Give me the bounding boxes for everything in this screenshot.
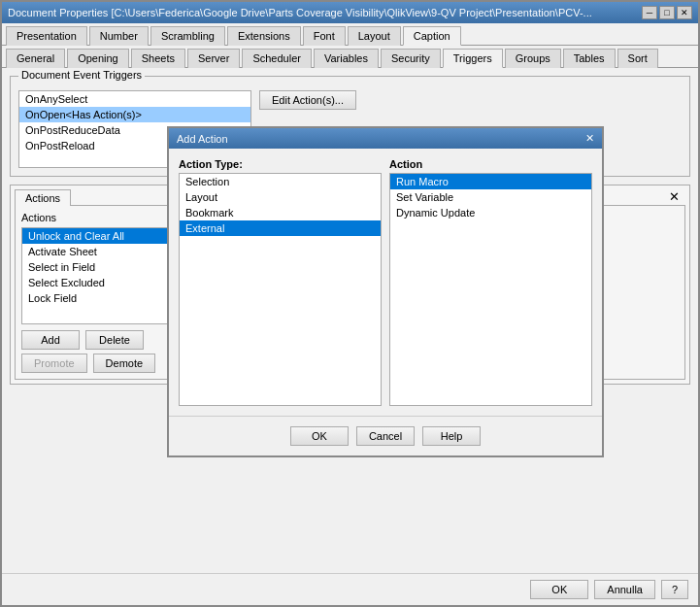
- action-item[interactable]: Unlock and Clear All: [22, 228, 176, 244]
- action-item[interactable]: Activate Sheet: [22, 244, 176, 259]
- content-area: Document Event Triggers OnAnySelectOnOpe…: [2, 68, 698, 573]
- window-title: Document Properties [C:\Users\Federica\G…: [8, 7, 592, 18]
- tab2-security[interactable]: Security: [381, 49, 441, 68]
- maximize-button[interactable]: □: [659, 6, 675, 19]
- actions-listbox[interactable]: Unlock and Clear AllActivate SheetSelect…: [21, 227, 177, 324]
- promote-button[interactable]: Promote: [21, 354, 87, 373]
- help-button[interactable]: ?: [661, 580, 688, 599]
- dialog-title-text: Add Action: [177, 133, 228, 145]
- tab-extensions[interactable]: Extensions: [227, 26, 301, 46]
- tab2-triggers[interactable]: Triggers: [443, 49, 503, 68]
- dialog-close-button[interactable]: ✕: [585, 132, 594, 145]
- tab2-tables[interactable]: Tables: [563, 49, 616, 68]
- tab2-variables[interactable]: Variables: [314, 49, 379, 68]
- tab-bar-2: GeneralOpeningSheetsServerSchedulerVaria…: [2, 46, 698, 68]
- trigger-item[interactable]: OnOpen<Has Action(s)>: [19, 107, 250, 122]
- tab2-opening[interactable]: Opening: [67, 49, 129, 68]
- tab-layout[interactable]: Layout: [348, 26, 401, 46]
- action-listbox[interactable]: Run MacroSet VariableDynamic Update: [389, 173, 592, 406]
- tab2-general[interactable]: General: [6, 49, 65, 68]
- dialog-help-button[interactable]: Help: [422, 426, 481, 446]
- bottom-bar: OK Annulla ?: [2, 573, 698, 605]
- tab2-sheets[interactable]: Sheets: [131, 49, 185, 68]
- triggers-group-label: Document Event Triggers: [18, 69, 145, 81]
- action-type-label: Action Type:: [179, 158, 382, 170]
- action-type-listbox[interactable]: SelectionLayoutBookmarkExternal: [179, 173, 382, 406]
- dialog-action-item[interactable]: Set Variable: [390, 189, 591, 205]
- dialog-action-item[interactable]: Run Macro: [390, 174, 591, 189]
- minimize-button[interactable]: ─: [642, 6, 657, 19]
- dialog-title-bar: Add Action ✕: [169, 128, 602, 149]
- add-button[interactable]: Add: [21, 330, 80, 350]
- action-col: Action Run MacroSet VariableDynamic Upda…: [389, 158, 592, 406]
- action-type-item[interactable]: Layout: [180, 189, 381, 205]
- tab2-sort[interactable]: Sort: [617, 49, 658, 68]
- ok-button[interactable]: OK: [530, 580, 588, 599]
- annulla-button[interactable]: Annulla: [594, 580, 655, 599]
- dialog-bottom: OK Cancel Help: [169, 416, 602, 455]
- action-type-item[interactable]: External: [180, 220, 381, 236]
- dialog-ok-button[interactable]: OK: [290, 426, 349, 446]
- action-item[interactable]: Lock Field: [22, 290, 176, 306]
- action-col-label: Action: [389, 158, 592, 170]
- dialog-columns: Action Type: SelectionLayoutBookmarkExte…: [179, 158, 592, 406]
- main-window: Document Properties [C:\Users\Federica\G…: [0, 0, 700, 607]
- action-type-col: Action Type: SelectionLayoutBookmarkExte…: [179, 158, 382, 406]
- dialog-content: Action Type: SelectionLayoutBookmarkExte…: [169, 149, 602, 416]
- tab2-server[interactable]: Server: [187, 49, 240, 68]
- tab2-scheduler[interactable]: Scheduler: [242, 49, 312, 68]
- dialog-cancel-button[interactable]: Cancel: [356, 426, 415, 446]
- trigger-item[interactable]: OnAnySelect: [19, 91, 250, 107]
- action-item[interactable]: Select in Field: [22, 259, 176, 275]
- tab-bar-1: PresentationNumberScramblingExtensionsFo…: [2, 23, 698, 46]
- actions-tab[interactable]: Actions: [15, 189, 71, 206]
- add-action-dialog: Add Action ✕ Action Type: SelectionLayou…: [167, 126, 604, 457]
- tab-caption[interactable]: Caption: [403, 26, 461, 46]
- dialog-action-item[interactable]: Dynamic Update: [390, 205, 591, 220]
- delete-button[interactable]: Delete: [85, 330, 144, 350]
- action-type-item[interactable]: Selection: [180, 174, 381, 189]
- edit-actions-button[interactable]: Edit Action(s)...: [259, 90, 356, 110]
- tab2-groups[interactable]: Groups: [505, 49, 561, 68]
- title-bar: Document Properties [C:\Users\Federica\G…: [2, 2, 698, 23]
- action-type-item[interactable]: Bookmark: [180, 205, 381, 220]
- tab-presentation[interactable]: Presentation: [6, 26, 87, 46]
- tab-font[interactable]: Font: [303, 26, 346, 46]
- actions-close-button[interactable]: ✕: [663, 189, 685, 204]
- tab-number[interactable]: Number: [89, 26, 149, 46]
- demote-button[interactable]: Demote: [93, 354, 156, 373]
- window-controls: ─ □ ✕: [642, 6, 692, 19]
- close-button[interactable]: ✕: [677, 6, 692, 19]
- tab-scrambling[interactable]: Scrambling: [150, 26, 225, 46]
- action-item[interactable]: Select Excluded: [22, 275, 176, 290]
